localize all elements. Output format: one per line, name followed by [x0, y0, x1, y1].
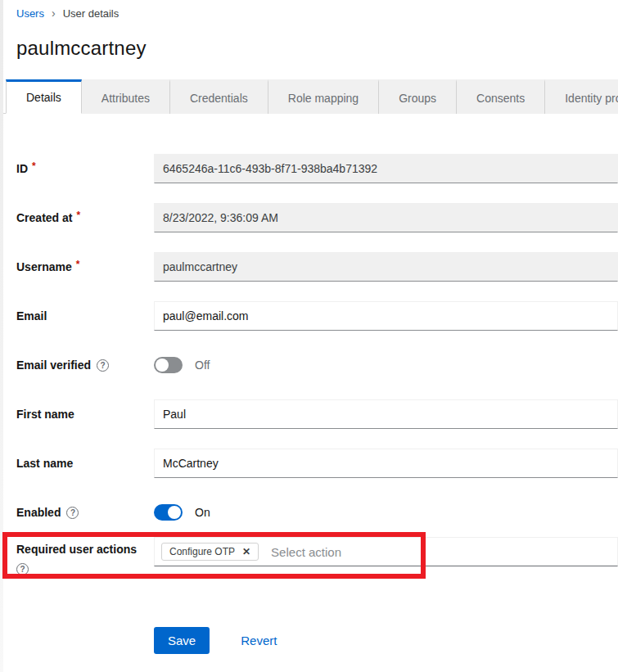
page-title: paulmccartney [16, 36, 618, 61]
select-action-input[interactable] [271, 538, 617, 566]
tab-bar: Details Attributes Credentials Role mapp… [0, 79, 618, 114]
created-at-label-text: Created at [16, 211, 72, 224]
enabled-toggle[interactable] [154, 504, 183, 521]
breadcrumb-link-users[interactable]: Users [16, 7, 44, 20]
field-row-last-name: Last name [16, 449, 618, 478]
created-at-input [154, 203, 618, 232]
email-input[interactable] [154, 301, 618, 331]
id-input [154, 154, 618, 183]
enabled-label-text: Enabled [16, 506, 61, 519]
tab-identity-provider-links[interactable]: Identity provider links [545, 79, 618, 114]
email-verified-label: Email verified ? [16, 359, 154, 372]
field-row-email-verified: Email verified ? Off [16, 350, 618, 380]
user-details-form: ID * Created at * Username * Email Email… [0, 154, 618, 583]
field-row-username: Username * [16, 252, 618, 282]
required-user-actions-label-text: Required user actions [16, 543, 137, 556]
first-name-label: First name [16, 408, 154, 421]
first-name-label-text: First name [16, 408, 74, 421]
last-name-label-text: Last name [16, 457, 73, 470]
tab-groups[interactable]: Groups [379, 79, 457, 114]
enabled-state: On [195, 506, 210, 519]
chip-remove-icon[interactable]: ✕ [242, 547, 250, 557]
last-name-label: Last name [16, 457, 154, 470]
tab-consents[interactable]: Consents [457, 79, 545, 114]
question-circle-icon[interactable]: ? [66, 507, 79, 519]
created-at-label: Created at * [16, 211, 154, 224]
first-name-input[interactable] [154, 399, 618, 429]
tab-details[interactable]: Details [6, 79, 82, 114]
toggle-knob [156, 359, 169, 372]
revert-link[interactable]: Revert [241, 634, 277, 647]
required-actions-multiselect[interactable]: Configure OTP ✕ [154, 537, 618, 566]
save-button[interactable]: Save [154, 627, 210, 654]
field-row-created-at: Created at * [16, 203, 618, 232]
email-verified-label-text: Email verified [16, 359, 91, 372]
form-actions: Save Revert [154, 627, 618, 654]
required-asterisk: * [76, 259, 80, 270]
last-name-input[interactable] [154, 449, 618, 478]
chip-configure-otp: Configure OTP ✕ [161, 543, 259, 561]
left-edge-strip [0, 0, 3, 672]
id-label: ID * [16, 162, 154, 175]
email-verified-state: Off [195, 359, 210, 372]
username-input [154, 252, 618, 282]
breadcrumb-current: User details [63, 7, 120, 20]
username-label: Username * [16, 260, 154, 273]
field-row-enabled: Enabled ? On [16, 498, 618, 527]
enabled-label: Enabled ? [16, 506, 154, 519]
email-verified-toggle[interactable] [154, 357, 183, 373]
breadcrumb: Users › User details [16, 7, 618, 20]
email-label: Email [16, 309, 154, 322]
required-asterisk: * [76, 210, 80, 221]
id-label-text: ID [16, 162, 28, 175]
field-row-required-user-actions: Required user actions ? Configure OTP ✕ [16, 537, 618, 583]
chip-label: Configure OTP [169, 546, 235, 557]
tab-credentials[interactable]: Credentials [170, 79, 268, 114]
required-asterisk: * [32, 160, 36, 172]
field-row-first-name: First name [16, 399, 618, 429]
field-row-email: Email [16, 301, 618, 331]
question-circle-icon[interactable]: ? [97, 359, 109, 372]
required-user-actions-label: Required user actions ? [16, 537, 154, 575]
email-label-text: Email [16, 309, 47, 322]
username-label-text: Username [16, 260, 72, 273]
tab-role-mapping[interactable]: Role mapping [268, 79, 379, 114]
question-circle-icon[interactable]: ? [16, 563, 29, 575]
toggle-knob [168, 506, 181, 519]
chevron-right-icon: › [52, 7, 56, 19]
tab-attributes[interactable]: Attributes [82, 79, 170, 114]
field-row-id: ID * [16, 154, 618, 183]
